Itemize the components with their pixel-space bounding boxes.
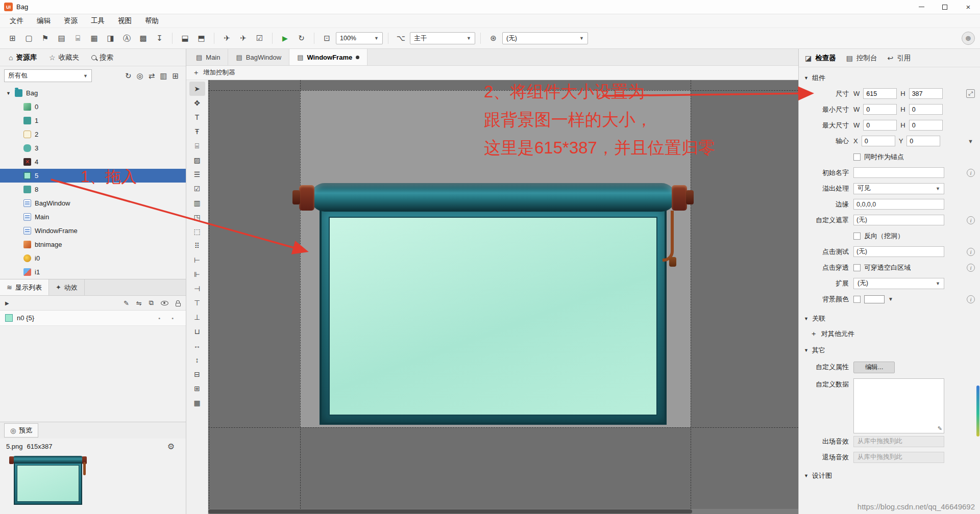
edit-icon[interactable]: ✎ — [938, 425, 942, 432]
align-right-icon[interactable]: ⊣ — [189, 281, 205, 296]
import-icon[interactable]: ↧ — [152, 31, 167, 45]
tab-inspector[interactable]: ◪ 检查器 — [805, 54, 836, 63]
hit-test-field[interactable] — [853, 246, 944, 257]
distribute-vertical-icon[interactable]: ↕ — [189, 353, 205, 367]
tab-display-list[interactable]: ≋ 显示列表 — [0, 279, 49, 295]
checkbox-tool-icon[interactable]: ☑ — [189, 182, 205, 196]
doc-tab-windowframe[interactable]: ▤ WindowFrame — [289, 49, 368, 65]
library-item[interactable]: i0 — [0, 251, 186, 265]
library-item[interactable]: WindowFrame — [0, 224, 186, 238]
library-item[interactable]: 1 — [0, 114, 186, 127]
link-icon[interactable]: ⇋ — [136, 299, 142, 307]
bg-color-swatch[interactable] — [864, 295, 885, 303]
align-bottom-icon[interactable]: ⊔ — [189, 324, 205, 339]
image-tool-icon[interactable]: ▨ — [189, 153, 205, 167]
publish-all-icon[interactable]: ✈ — [236, 31, 251, 45]
overflow-select[interactable]: 可见 ▼ — [853, 183, 944, 194]
compare-icon[interactable]: ⇄ — [149, 71, 155, 81]
library-item[interactable]: ✕ 4 — [0, 155, 186, 169]
maximize-button[interactable] — [933, 0, 957, 14]
package-select[interactable]: 所有包 ▼ — [4, 69, 92, 82]
width-field[interactable] — [863, 88, 897, 99]
menu-edit[interactable]: 编辑 — [30, 15, 57, 27]
library-item[interactable]: 2 — [0, 127, 186, 141]
visible-toggle[interactable]: • — [158, 315, 160, 321]
library-item[interactable]: i1 — [0, 265, 186, 279]
columns-icon[interactable]: ▥ — [160, 71, 167, 81]
duplicate-view-icon[interactable]: ⊞ — [172, 71, 179, 81]
bookmark-icon[interactable]: ⚑ — [38, 31, 53, 45]
bg-color-checkbox[interactable] — [853, 296, 861, 303]
tree-root-bag[interactable]: ▼ Bag — [0, 86, 186, 100]
branch-select[interactable]: 主干 ▼ — [410, 32, 475, 44]
pivot-x-field[interactable] — [862, 136, 895, 146]
doc-tab-bagwindow[interactable]: ▤ BagWindow — [228, 49, 289, 65]
custom-data-field[interactable]: ✎ — [853, 378, 944, 433]
section-other[interactable]: ▼ 其它 — [802, 343, 975, 358]
info-icon[interactable]: i — [967, 216, 975, 224]
preview-tab[interactable]: ◎ 预览 — [4, 423, 38, 438]
align-top-icon[interactable]: ⊤ — [189, 296, 205, 310]
list-tool-icon[interactable]: ☰ — [189, 167, 205, 182]
section-component[interactable]: ▼ 组件 — [802, 70, 975, 86]
new-window-icon[interactable]: ▤ — [54, 31, 69, 45]
font-icon[interactable]: Ⓐ — [119, 31, 134, 45]
display-list-row[interactable]: n0 {5} • • — [0, 311, 186, 326]
horizontal-scrollbar-thumb[interactable] — [208, 509, 692, 513]
graph-tool-icon[interactable]: ▥ — [189, 196, 205, 210]
edit-custom-props-button[interactable]: 编辑... — [853, 362, 895, 373]
align-center-icon[interactable]: ⊩ — [189, 267, 205, 281]
zoom-select[interactable]: 100% ▼ — [336, 32, 383, 44]
library-item[interactable]: Main — [0, 210, 186, 224]
mask-field[interactable] — [853, 215, 944, 225]
margin-field[interactable] — [853, 199, 944, 210]
new-component-icon[interactable]: ▢ — [21, 31, 36, 45]
same-width-icon[interactable]: ⊟ — [189, 367, 205, 381]
expand-row-icon[interactable]: ▶ — [5, 300, 9, 306]
library-item[interactable]: 3 — [0, 141, 186, 155]
fullscreen-icon[interactable]: ⤢ — [966, 89, 975, 98]
publish-icon[interactable]: ✈ — [219, 31, 234, 45]
input-tool-icon[interactable]: ⌸ — [189, 139, 205, 153]
anchor-checkbox[interactable] — [853, 153, 861, 161]
select-tool-icon[interactable]: ➤ — [189, 82, 205, 96]
close-button[interactable]: × — [957, 0, 980, 14]
min-height-field[interactable] — [909, 104, 943, 115]
library-item[interactable]: BagWindow — [0, 196, 186, 210]
info-icon[interactable]: i — [967, 248, 975, 256]
richtext-tool-icon[interactable]: Ŧ — [189, 124, 205, 139]
init-name-field[interactable] — [853, 167, 944, 178]
menu-file[interactable]: 文件 — [3, 15, 30, 27]
lock-icon[interactable] — [176, 300, 181, 306]
menu-tools[interactable]: 工具 — [84, 15, 111, 27]
enter-sound-field[interactable]: 从库中拖拽到此 — [853, 436, 944, 447]
info-icon[interactable]: i — [967, 264, 975, 272]
library-item[interactable]: btnimage — [0, 238, 186, 251]
distribute-horizontal-icon[interactable]: ↔ — [189, 339, 205, 353]
pivot-y-field[interactable] — [906, 136, 940, 146]
section-design[interactable]: ▼ 设计图 — [802, 468, 975, 483]
visibility-icon[interactable] — [161, 301, 168, 305]
stage-canvas[interactable] — [208, 80, 798, 514]
windowframe-background-image[interactable] — [302, 182, 684, 427]
horizontal-scrollbar[interactable] — [208, 509, 798, 514]
language-select[interactable]: (无) ▼ — [502, 32, 588, 44]
doc-tab-main[interactable]: ▤ Main — [188, 49, 228, 65]
minimize-button[interactable] — [910, 0, 933, 14]
widget-icon[interactable]: ▦ — [87, 31, 102, 45]
tab-references[interactable]: ↩ 引用 — [887, 54, 911, 63]
tab-favorites[interactable]: ☆ 收藏夹 — [43, 50, 85, 65]
info-icon[interactable]: i — [967, 169, 975, 177]
exit-sound-field[interactable]: 从库中拖拽到此 — [853, 452, 944, 463]
new-package-icon[interactable]: ⊞ — [5, 31, 20, 45]
tab-console[interactable]: ▤ 控制台 — [846, 54, 877, 63]
height-field[interactable] — [909, 88, 943, 99]
touch-through-checkbox[interactable] — [853, 264, 861, 271]
play-icon[interactable]: ▶ — [278, 31, 292, 45]
max-width-field[interactable] — [863, 120, 897, 131]
lock-toggle[interactable]: • — [172, 315, 174, 321]
max-height-field[interactable] — [909, 120, 943, 131]
text-tool-icon[interactable]: T — [189, 110, 205, 124]
library-item[interactable]: 8 — [0, 183, 186, 196]
user-avatar[interactable]: ☻ — [962, 32, 975, 45]
